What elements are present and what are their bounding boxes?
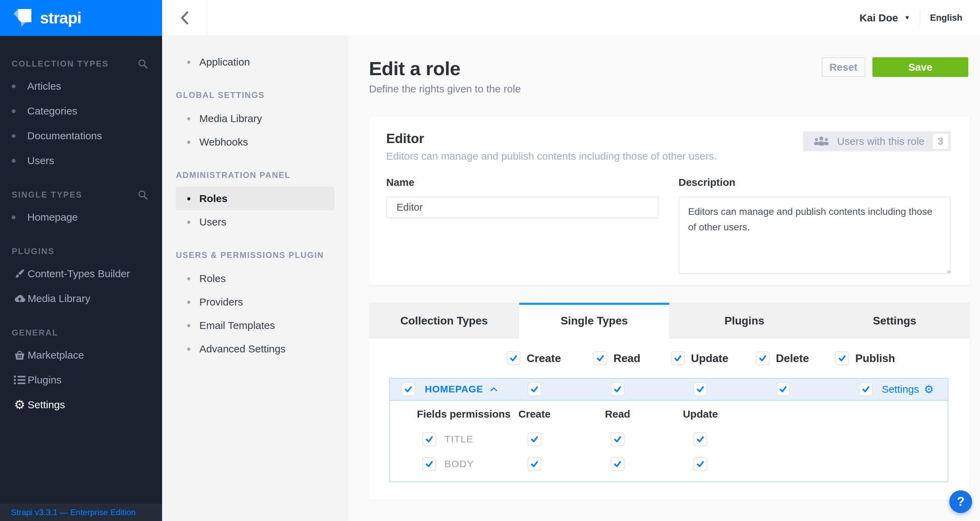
- action-read: Read: [593, 351, 640, 365]
- action-label: Delete: [776, 352, 809, 365]
- tab-settings[interactable]: Settings: [820, 303, 970, 338]
- delete-checkbox[interactable]: [756, 351, 770, 365]
- users-with-role-badge[interactable]: Users with this role 3: [803, 131, 951, 151]
- sidebar-item-plugins[interactable]: Plugins: [0, 368, 162, 392]
- settings-nav-item-label: Application: [199, 56, 250, 68]
- sidebar-item-categories[interactable]: Categories: [0, 98, 162, 124]
- body-update-checkbox[interactable]: [694, 457, 707, 471]
- field-row-label: TITLE: [444, 434, 473, 445]
- settings-nav-item-advanced-settings[interactable]: Advanced Settings: [176, 337, 334, 361]
- homepage-row[interactable]: HOMEPAGE Settings ⚙: [390, 379, 948, 401]
- search-icon[interactable]: [137, 58, 148, 69]
- settings-nav-item-label: Roles: [199, 273, 226, 284]
- sidebar-section-header-general: GENERAL: [0, 323, 162, 343]
- search-icon[interactable]: [137, 189, 148, 200]
- settings-nav-item-label: Webhooks: [199, 136, 248, 148]
- gear-icon: ⚙: [924, 384, 934, 395]
- publish-checkbox[interactable]: [835, 351, 849, 365]
- strapi-admin-app: strapi COLLECTION TYPESArticlesCategorie…: [0, 0, 980, 521]
- chevron-up-icon: [490, 387, 498, 392]
- update-checkbox[interactable]: [671, 351, 685, 365]
- sidebar-item-documentations[interactable]: Documentations: [0, 124, 162, 148]
- bullet-icon: [187, 277, 190, 280]
- homepage-publish-checkbox[interactable]: [859, 383, 873, 396]
- field-row-label: BODY: [444, 459, 474, 470]
- read-checkbox[interactable]: [593, 351, 607, 365]
- update-column-header: Update: [683, 408, 718, 420]
- version-link[interactable]: Strapi v3.3.1 — Enterprise Edition: [11, 508, 136, 517]
- name-input[interactable]: [386, 197, 659, 218]
- sidebar-section-header-collection-types: COLLECTION TYPES: [0, 54, 162, 74]
- permissions-card: Collection TypesSingle TypesPluginsSetti…: [369, 303, 970, 500]
- settings-nav-item-application[interactable]: Application: [176, 50, 334, 74]
- action-update: Update: [671, 351, 728, 365]
- title-update-checkbox[interactable]: [694, 432, 707, 446]
- global-actions-row: CreateReadUpdateDeletePublish: [369, 338, 970, 378]
- homepage-read-checkbox[interactable]: [611, 383, 624, 396]
- sidebar-item-marketplace[interactable]: Marketplace: [0, 343, 162, 368]
- sidebar-item-media-library[interactable]: Media Library: [0, 286, 162, 311]
- settings-nav-item-users[interactable]: Users: [176, 210, 334, 234]
- user-name: Kai Doe: [860, 12, 898, 24]
- fields-permissions-body: Fields permissions CreateReadUpdate TITL…: [390, 401, 948, 481]
- back-button[interactable]: [162, 0, 207, 35]
- bullet-icon: [187, 301, 190, 304]
- read-column-header: Read: [605, 408, 630, 420]
- sidebar-item-articles[interactable]: Articles: [0, 74, 162, 98]
- homepage-checkbox[interactable]: [401, 383, 415, 396]
- save-button[interactable]: Save: [872, 57, 968, 77]
- role-card-header: Editor Editors can manage and publish co…: [386, 131, 951, 162]
- sidebar-section-header-single-types: SINGLE TYPES: [0, 185, 162, 205]
- sidebar-item-label: Homepage: [27, 211, 78, 223]
- sidebar-item-settings[interactable]: ⚙Settings: [0, 392, 162, 417]
- settings-nav-item-roles[interactable]: Roles: [176, 187, 334, 210]
- title-checkbox[interactable]: [422, 432, 436, 446]
- settings-nav-item-label: Users: [199, 216, 226, 228]
- body-read-checkbox[interactable]: [611, 457, 624, 471]
- homepage-create-checkbox[interactable]: [528, 383, 541, 396]
- settings-nav-item-label: Roles: [199, 193, 228, 205]
- sidebar-item-content-types-builder[interactable]: Content-Types Builder: [0, 261, 162, 286]
- tab-plugins[interactable]: Plugins: [669, 303, 820, 338]
- body-create-checkbox[interactable]: [528, 457, 541, 471]
- sidebar-item-label: Categories: [27, 105, 77, 117]
- bullet-icon: [12, 216, 16, 219]
- sidebar-item-users[interactable]: Users: [0, 148, 162, 173]
- title-create-checkbox[interactable]: [528, 432, 541, 446]
- create-checkbox[interactable]: [507, 351, 520, 365]
- tab-single-types[interactable]: Single Types: [519, 303, 670, 338]
- homepage-label: HOMEPAGE: [425, 384, 483, 395]
- strapi-logo[interactable]: strapi: [0, 0, 162, 36]
- gear-icon: ⚙: [12, 399, 28, 411]
- main-content: Edit a role Define the rights given to t…: [348, 36, 980, 521]
- users-badge-label: Users with this role: [837, 135, 924, 147]
- strapi-logo-icon: [12, 7, 33, 29]
- sidebar-item-homepage[interactable]: Homepage: [0, 205, 162, 230]
- body-checkbox[interactable]: [422, 457, 436, 471]
- action-delete: Delete: [756, 351, 809, 365]
- main-sidebar: strapi COLLECTION TYPESArticlesCategorie…: [0, 0, 162, 521]
- homepage-delete-checkbox[interactable]: [776, 383, 790, 396]
- sidebar-item-label: Documentations: [27, 130, 102, 142]
- tab-collection-types[interactable]: Collection Types: [369, 303, 519, 338]
- settings-nav-item-roles[interactable]: Roles: [176, 267, 334, 290]
- settings-nav-item-webhooks[interactable]: Webhooks: [176, 130, 334, 154]
- settings-nav-item-email-templates[interactable]: Email Templates: [176, 314, 334, 337]
- homepage-settings-link[interactable]: Settings ⚙: [882, 383, 934, 395]
- settings-nav-item-label: Advanced Settings: [199, 343, 286, 355]
- version-bar: Strapi v3.3.1 — Enterprise Edition: [0, 504, 162, 521]
- homepage-update-checkbox[interactable]: [694, 383, 707, 396]
- title-read-checkbox[interactable]: [611, 432, 624, 446]
- reset-button[interactable]: Reset: [822, 57, 865, 77]
- help-button[interactable]: ?: [949, 490, 972, 513]
- settings-nav-item-providers[interactable]: Providers: [176, 290, 334, 314]
- bullet-icon: [12, 159, 16, 163]
- description-textarea[interactable]: [679, 197, 951, 274]
- sidebar-item-label: Users: [27, 155, 54, 167]
- field-row-body: BODY: [390, 452, 948, 477]
- name-field-group: Name: [386, 176, 659, 275]
- settings-nav-item-media-library[interactable]: Media Library: [176, 107, 334, 130]
- user-menu[interactable]: Kai Doe ▼: [860, 12, 910, 24]
- language-selector[interactable]: English: [930, 13, 963, 23]
- subnav-section-global-settings: GLOBAL SETTINGS: [162, 91, 348, 100]
